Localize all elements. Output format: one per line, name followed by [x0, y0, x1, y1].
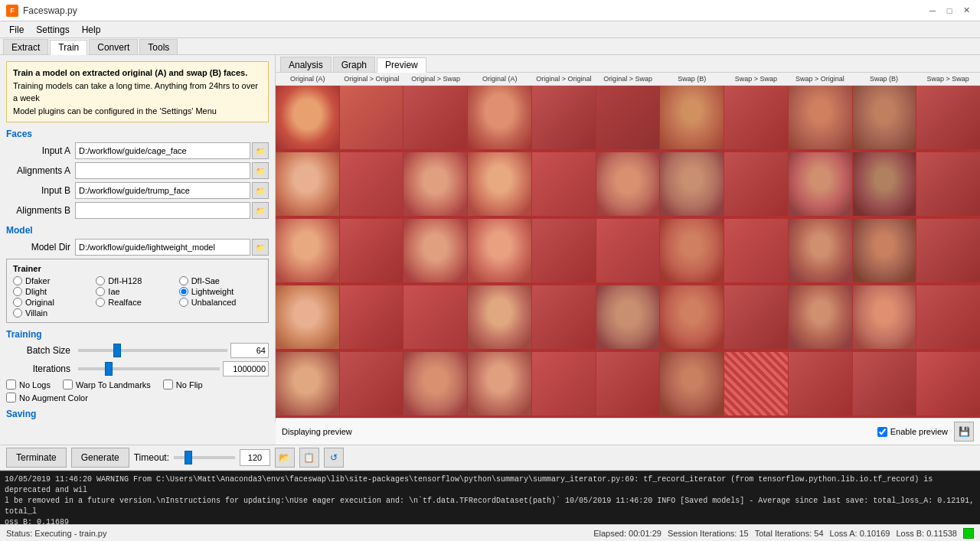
enable-preview-container: Enable preview 💾 — [877, 422, 974, 442]
no-augment-color-checkbox[interactable]: No Augment Color — [6, 393, 88, 402]
input-a-label: Input A — [6, 145, 75, 156]
model-dir-field[interactable] — [75, 239, 250, 256]
info-line1: Training models can take a long time. An… — [13, 80, 262, 105]
menu-help[interactable]: Help — [76, 21, 107, 38]
enable-preview-label: Enable preview — [890, 427, 948, 436]
iterations-input[interactable] — [223, 361, 269, 376]
warp-to-landmarks-checkbox[interactable]: Warp To Landmarks — [63, 380, 151, 389]
alignments-b-field[interactable] — [75, 202, 250, 219]
maximize-button[interactable]: □ — [942, 3, 957, 18]
input-a-field[interactable] — [75, 142, 250, 159]
terminate-button[interactable]: Terminate — [6, 448, 67, 468]
loss-b: Loss B: 0.11538 — [896, 529, 957, 538]
radio-lightweight[interactable]: Lightweight — [179, 287, 262, 296]
total-iterations: Total Iterations: 54 — [755, 529, 824, 538]
tab-extract[interactable]: Extract — [3, 39, 48, 54]
cell-2-5 — [596, 219, 660, 282]
cell-1-8 — [789, 152, 852, 216]
faces-section-label: Faces — [6, 129, 269, 139]
enable-preview-checkbox[interactable] — [877, 427, 887, 437]
cell-1-6 — [660, 152, 724, 216]
input-b-browse[interactable]: 📁 — [252, 182, 269, 199]
alignments-a-field[interactable] — [75, 162, 250, 179]
input-a-browse[interactable]: 📁 — [252, 142, 269, 159]
cell-4-3 — [468, 352, 531, 416]
open-folder-button[interactable]: 📂 — [275, 448, 295, 468]
alignments-a-browse[interactable]: 📁 — [252, 162, 269, 179]
radio-iae[interactable]: Iae — [96, 287, 178, 296]
input-b-field[interactable] — [75, 182, 250, 199]
generate-button[interactable]: Generate — [71, 448, 129, 468]
trainer-box: Trainer Dfaker DfI-H128 DfI-Sae Dlight — [6, 259, 269, 323]
info-box: Train a model on extracted original (A) … — [6, 61, 269, 122]
alignments-b-browse[interactable]: 📁 — [252, 202, 269, 219]
no-logs-checkbox[interactable]: No Logs — [6, 380, 51, 389]
cell-4-6 — [660, 352, 724, 416]
timeout-input[interactable] — [240, 449, 270, 466]
minimize-button[interactable]: ─ — [925, 3, 940, 18]
model-dir-label: Model Dir — [6, 242, 75, 253]
tab-tools[interactable]: Tools — [139, 39, 178, 54]
col-orig-orig-2: Original > Original — [532, 74, 596, 83]
alignments-b-label: Alignments B — [6, 205, 75, 216]
batch-size-input[interactable] — [230, 343, 269, 358]
cell-1-2 — [403, 152, 467, 216]
cell-1-5 — [596, 152, 660, 216]
cell-2-8 — [789, 219, 852, 282]
alignments-a-row: Alignments A 📁 — [6, 162, 269, 179]
app-icon: F — [6, 5, 18, 17]
window-controls: ─ □ ✕ — [925, 3, 974, 18]
cell-3-8 — [789, 285, 852, 349]
timeout-slider[interactable] — [174, 456, 235, 459]
timeout-label: Timeout: — [134, 452, 169, 463]
radio-dfl-sae[interactable]: DfI-Sae — [179, 276, 262, 285]
radio-dlight[interactable]: Dlight — [13, 287, 96, 296]
iterations-row: Iterations — [6, 361, 269, 376]
tab-convert[interactable]: Convert — [89, 39, 138, 54]
info-line2: Model plugins can be configured in the '… — [13, 105, 262, 118]
preview-footer: Displaying preview Enable preview 💾 — [276, 418, 980, 445]
close-button[interactable]: ✕ — [959, 3, 974, 18]
radio-unbalanced[interactable]: Unbalanced — [179, 298, 262, 307]
batch-size-slider[interactable] — [78, 349, 227, 352]
iterations-slider[interactable] — [78, 367, 220, 370]
cell-1-9 — [853, 152, 916, 216]
radio-original[interactable]: Original — [13, 298, 96, 307]
radio-villain[interactable]: Villain — [13, 308, 96, 318]
cell-3-4 — [532, 285, 596, 349]
cell-2-10 — [916, 219, 980, 282]
cell-0-3 — [468, 86, 531, 149]
title-left: F Faceswap.py — [6, 5, 77, 17]
console-panel: 10/05/2019 11:46:20 WARNING From C:\User… — [0, 471, 980, 524]
training-section-label: Training — [6, 329, 269, 340]
refresh-button[interactable]: ↺ — [324, 448, 344, 468]
tab-preview[interactable]: Preview — [377, 57, 426, 73]
tab-graph[interactable]: Graph — [333, 57, 375, 72]
console-line-1: 10/05/2019 11:46:20 WARNING From C:\User… — [5, 474, 975, 496]
copy-button[interactable]: 📋 — [299, 448, 319, 468]
tab-analysis[interactable]: Analysis — [280, 57, 332, 72]
cell-3-3 — [468, 285, 531, 349]
radio-dfaker[interactable]: Dfaker — [13, 276, 96, 285]
menu-file[interactable]: File — [3, 21, 30, 38]
cell-4-5 — [596, 352, 660, 416]
cell-0-5 — [596, 86, 660, 149]
iterations-label: Iterations — [6, 363, 75, 374]
input-a-row: Input A 📁 — [6, 142, 269, 159]
menu-settings[interactable]: Settings — [30, 21, 75, 38]
tab-train[interactable]: Train — [50, 40, 87, 55]
model-dir-browse[interactable]: 📁 — [252, 239, 269, 256]
cell-0-4 — [532, 86, 596, 149]
cell-0-10 — [916, 86, 980, 149]
cell-3-9 — [853, 285, 916, 349]
right-panel: Analysis Graph Preview Original (A) Orig… — [276, 55, 980, 445]
no-flip-checkbox[interactable]: No Flip — [163, 380, 203, 389]
radio-realface[interactable]: Realface — [96, 298, 178, 307]
title-bar: F Faceswap.py ─ □ ✕ — [0, 0, 980, 21]
cell-2-6 — [660, 219, 724, 282]
save-preview-button[interactable]: 💾 — [954, 422, 974, 442]
cell-3-10 — [916, 285, 980, 349]
cell-4-10 — [916, 352, 980, 416]
cell-3-7 — [724, 285, 788, 349]
radio-dfl-h128[interactable]: DfI-H128 — [96, 276, 178, 285]
